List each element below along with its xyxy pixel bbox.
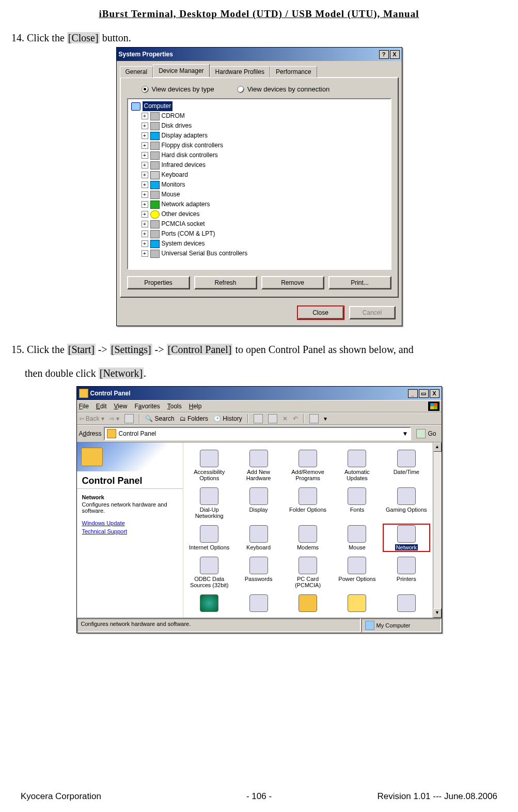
help-button[interactable]: ? xyxy=(379,50,389,59)
radio-by-type[interactable]: View devices by type xyxy=(142,85,214,93)
list-item[interactable]: Internet Options xyxy=(186,524,232,551)
radio-by-connection[interactable]: View devices by connection xyxy=(237,85,329,93)
tree-item[interactable]: Universal Serial Bus controllers xyxy=(162,249,248,258)
address-value: Control Panel xyxy=(119,430,156,437)
menu-tools[interactable]: Tools xyxy=(167,403,182,410)
expand-icon[interactable]: + xyxy=(142,122,148,129)
properties-button[interactable]: Properties xyxy=(127,276,190,289)
list-item[interactable]: PC Card (PCMCIA) xyxy=(285,556,331,589)
link-technical-support[interactable]: Technical Support xyxy=(82,528,178,534)
device-tree[interactable]: Computer +CDROM +Disk drives +Display ad… xyxy=(127,98,391,270)
scroll-up-icon[interactable]: ▲ xyxy=(433,442,442,452)
tree-item[interactable]: Keyboard xyxy=(162,170,188,180)
list-item[interactable]: ODBC Data Sources (32bit) xyxy=(186,556,232,589)
expand-icon[interactable]: + xyxy=(142,152,148,159)
folders-button[interactable]: 🗂 Folders xyxy=(180,415,208,422)
scroll-down-icon[interactable]: ▼ xyxy=(433,608,442,618)
tree-item[interactable]: Hard disk controllers xyxy=(162,150,218,160)
menu-help[interactable]: Help xyxy=(189,403,202,410)
list-item[interactable]: Automatic Updates xyxy=(334,449,380,482)
list-item[interactable] xyxy=(236,593,281,615)
print-button[interactable]: Print... xyxy=(328,276,391,289)
expand-icon[interactable]: + xyxy=(142,132,148,139)
tree-item[interactable]: PCMCIA socket xyxy=(162,219,205,229)
refresh-button[interactable]: Refresh xyxy=(194,276,257,289)
list-item[interactable] xyxy=(383,593,429,615)
minimize-button[interactable]: _ xyxy=(408,389,418,398)
search-button[interactable]: 🔍 Search xyxy=(145,415,174,422)
chevron-down-icon[interactable]: ▼ xyxy=(402,430,409,437)
titlebar[interactable]: Control Panel _ ▭ X xyxy=(77,387,442,400)
list-item[interactable] xyxy=(334,593,380,615)
expand-icon[interactable]: + xyxy=(142,231,148,237)
list-item[interactable]: Add/Remove Programs xyxy=(285,449,331,482)
list-item[interactable]: Folder Options xyxy=(285,486,331,520)
tab-general[interactable]: General xyxy=(120,66,153,78)
list-item[interactable] xyxy=(186,593,232,615)
tab-device-manager[interactable]: Device Manager xyxy=(153,64,209,77)
maximize-button[interactable]: ▭ xyxy=(419,389,429,398)
titlebar[interactable]: System Properties ? X xyxy=(117,48,402,61)
views-chevron-icon[interactable]: ▾ xyxy=(324,415,327,422)
list-item[interactable]: Display xyxy=(236,486,281,520)
tree-item[interactable]: Ports (COM & LPT) xyxy=(162,229,215,239)
tree-item[interactable]: Mouse xyxy=(162,190,180,200)
side-panel: Control Panel Network Configures network… xyxy=(77,442,183,618)
tree-item[interactable]: Infrared devices xyxy=(162,160,206,170)
folder-icon xyxy=(81,448,103,466)
expand-icon[interactable]: + xyxy=(142,240,148,247)
expand-icon[interactable]: + xyxy=(142,201,148,208)
go-button[interactable]: Go xyxy=(413,429,439,438)
menu-edit[interactable]: Edit xyxy=(96,403,107,410)
list-item[interactable] xyxy=(285,593,331,615)
list-item[interactable]: Add New Hardware xyxy=(236,449,281,482)
expand-icon[interactable]: + xyxy=(142,142,148,149)
views-button[interactable] xyxy=(309,414,319,423)
tree-root[interactable]: Computer xyxy=(143,101,173,111)
list-item[interactable]: Network xyxy=(383,524,429,551)
tree-item[interactable]: Network adapters xyxy=(162,200,210,209)
close-x-button[interactable]: X xyxy=(390,50,400,59)
list-item[interactable]: Passwords xyxy=(236,556,281,589)
history-button[interactable]: 🕑 History xyxy=(213,415,242,422)
list-item[interactable]: Power Options xyxy=(334,556,380,589)
list-item[interactable]: Date/Time xyxy=(383,449,429,482)
tree-item[interactable]: CDROM xyxy=(162,111,185,121)
tree-item[interactable]: Other devices xyxy=(162,209,200,219)
up-button[interactable] xyxy=(124,414,134,423)
expand-icon[interactable]: + xyxy=(142,191,148,198)
link-windows-update[interactable]: Windows Update xyxy=(82,520,178,526)
menu-favorites[interactable]: Favorites xyxy=(134,403,160,410)
tree-item[interactable]: System devices xyxy=(162,239,205,249)
expand-icon[interactable]: + xyxy=(142,250,148,257)
list-item[interactable]: Printers xyxy=(383,556,429,589)
close-x-button[interactable]: X xyxy=(430,389,439,398)
tree-item[interactable]: Monitors xyxy=(162,180,185,190)
list-item[interactable]: Modems xyxy=(285,524,331,551)
address-field[interactable]: Control Panel ▼ xyxy=(104,427,412,440)
item-label: Add/Remove Programs xyxy=(286,469,329,481)
expand-icon[interactable]: + xyxy=(142,113,148,119)
expand-icon[interactable]: + xyxy=(142,162,148,168)
list-item[interactable]: Keyboard xyxy=(236,524,281,551)
side-description: Network Configures network hardware and … xyxy=(77,489,183,516)
tree-item[interactable]: Display adapters xyxy=(162,131,208,141)
expand-icon[interactable]: + xyxy=(142,221,148,227)
list-item[interactable]: Gaming Options xyxy=(383,486,429,520)
menu-view[interactable]: View xyxy=(114,403,128,410)
vertical-scrollbar[interactable]: ▲ ▼ xyxy=(433,442,442,618)
close-button[interactable]: Close xyxy=(297,306,344,319)
list-item[interactable]: Fonts xyxy=(334,486,380,520)
tree-item[interactable]: Disk drives xyxy=(162,121,192,131)
expand-icon[interactable]: + xyxy=(142,172,148,178)
list-item[interactable]: Dial-Up Networking xyxy=(186,486,232,520)
tab-performance[interactable]: Performance xyxy=(270,66,317,78)
menu-file[interactable]: File xyxy=(79,403,89,410)
tree-item[interactable]: Floppy disk controllers xyxy=(162,141,223,150)
remove-button[interactable]: Remove xyxy=(261,276,324,289)
tab-hardware-profiles[interactable]: Hardware Profiles xyxy=(210,66,270,78)
expand-icon[interactable]: + xyxy=(142,181,148,188)
expand-icon[interactable]: + xyxy=(142,211,148,218)
list-item[interactable]: Mouse xyxy=(334,524,380,551)
list-item[interactable]: Accessibility Options xyxy=(186,449,232,482)
